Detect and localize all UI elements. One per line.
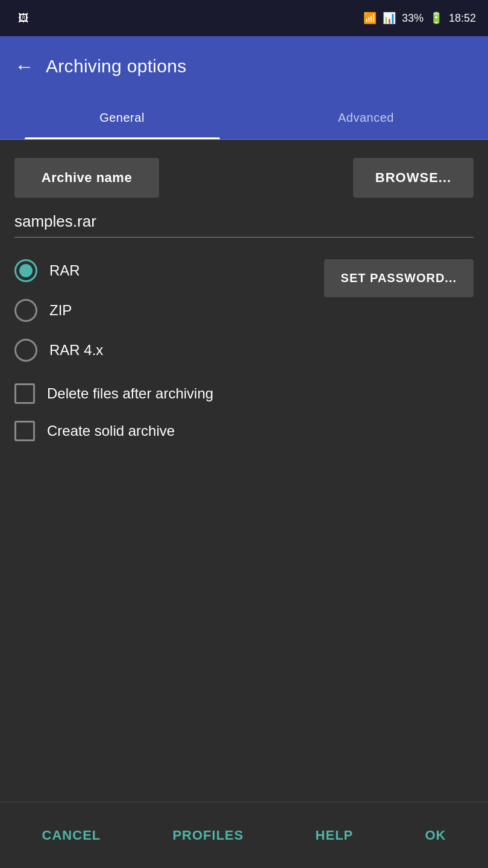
checkbox-section: Delete files after archiving Create soli… — [14, 383, 474, 441]
radio-circle-rar4x — [14, 339, 37, 362]
help-button[interactable]: HELP — [304, 818, 366, 853]
radio-circle-zip — [14, 299, 37, 322]
radio-label-rar: RAR — [49, 262, 80, 279]
profiles-button[interactable]: PROFILES — [160, 818, 255, 853]
bottom-bar: CANCEL PROFILES HELP OK — [0, 802, 488, 868]
archive-input-row — [14, 210, 474, 237]
radio-label-zip: ZIP — [49, 302, 72, 319]
tab-bar: General Advanced — [0, 96, 488, 140]
back-button[interactable]: ← — [14, 55, 34, 78]
time-text: 18:52 — [449, 12, 476, 25]
checkbox-label-solid: Create solid archive — [47, 423, 175, 439]
tab-advanced[interactable]: Advanced — [244, 96, 488, 139]
wifi-icon: 📶 — [363, 11, 377, 25]
battery-icon: 🔋 — [430, 11, 443, 25]
top-buttons-row: Archive name BROWSE... — [14, 158, 474, 198]
radio-column: RAR ZIP RAR 4.x — [14, 259, 324, 362]
image-icon: 🖼 — [18, 12, 29, 25]
archive-name-button[interactable]: Archive name — [14, 158, 159, 198]
toolbar: ← Archiving options — [0, 36, 488, 96]
archive-name-input[interactable] — [14, 210, 474, 233]
checkbox-box-solid — [14, 421, 35, 441]
status-bar: 🖼 📶 📊 33% 🔋 18:52 — [0, 0, 488, 36]
main-content: Archive name BROWSE... RAR ZIP RAR 4.x — [0, 140, 488, 441]
page-title: Archiving options — [46, 56, 187, 77]
format-options-section: RAR ZIP RAR 4.x SET PASSWORD... — [14, 259, 474, 362]
radio-rar4x[interactable]: RAR 4.x — [14, 339, 324, 362]
ok-button[interactable]: OK — [413, 818, 458, 853]
signal-icon: 📊 — [383, 11, 396, 25]
status-bar-left: 🖼 — [12, 12, 356, 25]
radio-label-rar4x: RAR 4.x — [49, 342, 103, 359]
set-password-button[interactable]: SET PASSWORD... — [324, 259, 474, 297]
tab-general[interactable]: General — [0, 96, 244, 139]
radio-circle-rar — [14, 259, 37, 282]
checkbox-delete-files[interactable]: Delete files after archiving — [14, 383, 474, 404]
battery-text: 33% — [402, 12, 424, 25]
checkbox-solid-archive[interactable]: Create solid archive — [14, 421, 474, 441]
radio-inner-rar — [19, 264, 33, 277]
browse-button[interactable]: BROWSE... — [353, 158, 474, 198]
cancel-button[interactable]: CANCEL — [30, 818, 113, 853]
checkbox-box-delete — [14, 383, 35, 404]
radio-rar[interactable]: RAR — [14, 259, 324, 282]
radio-zip[interactable]: ZIP — [14, 299, 324, 322]
status-bar-right: 📶 📊 33% 🔋 18:52 — [363, 11, 476, 25]
checkbox-label-delete: Delete files after archiving — [47, 385, 213, 402]
